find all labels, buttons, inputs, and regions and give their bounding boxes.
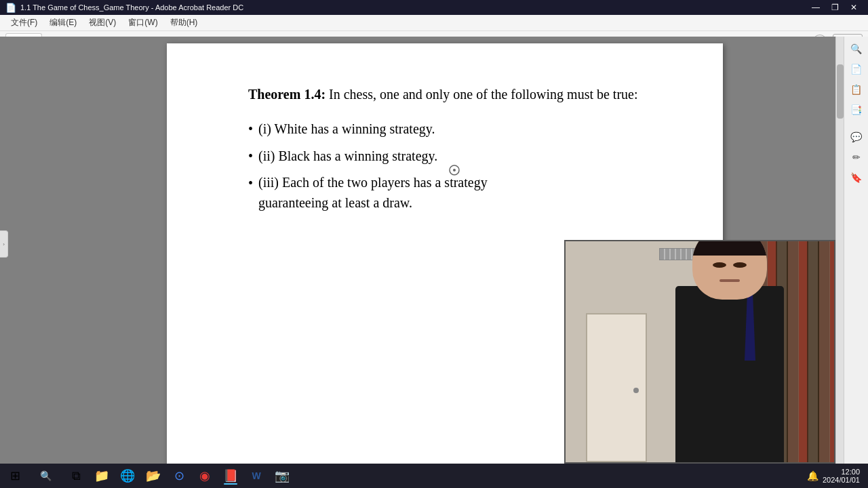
right-content-button[interactable]: 📑 <box>847 100 866 119</box>
window-controls: — ❐ ✕ <box>807 2 863 13</box>
bullet-item-3: • (iii) Each of the two players has a st… <box>248 172 689 213</box>
svg-point-1 <box>453 169 456 171</box>
bullet-dot-3: • <box>248 172 253 194</box>
right-edit-button[interactable]: ✏ <box>847 148 866 167</box>
taskbar-word[interactable]: W <box>244 466 269 486</box>
taskbar-file-explorer[interactable]: 📁 <box>90 466 114 486</box>
taskbar-search[interactable]: 🔍 <box>28 466 62 486</box>
theorem-body: In chess, one and only one of the follow… <box>326 87 637 102</box>
right-toolbar: 🔍 📄 📋 📑 💬 ✏ 🔖 <box>844 37 868 464</box>
bullet-item-1: • (i) White has a winning strategy. <box>248 118 689 140</box>
bullet-text-1: (i) White has a winning strategy. <box>258 118 435 140</box>
app-icon: 📄 <box>5 3 16 13</box>
restore-button[interactable]: ❐ <box>826 2 844 13</box>
title-bar: 📄 1.1 The Game of Chess_Game Theory - Ad… <box>0 0 868 15</box>
person-face <box>703 256 757 296</box>
title-bar-content: 📄 1.1 The Game of Chess_Game Theory - Ad… <box>5 3 243 13</box>
window-title: 1.1 The Game of Chess_Game Theory - Adob… <box>20 3 243 12</box>
document-scrollbar[interactable] <box>835 37 844 464</box>
taskbar-task-view[interactable]: ⧉ <box>64 466 88 486</box>
theorem-paragraph: Theorem 1.4: In chess, one and only one … <box>248 84 689 104</box>
minimize-button[interactable]: — <box>807 2 825 13</box>
right-zoom-button[interactable]: 🔍 <box>847 39 866 58</box>
video-door <box>586 313 647 462</box>
taskbar-edge[interactable]: 🌐 <box>115 466 140 486</box>
theorem-label: Theorem 1.4: <box>248 87 326 102</box>
video-content <box>566 241 834 462</box>
bullet-text-2: (ii) Black has a winning strategy. <box>258 145 437 167</box>
person-tie <box>743 293 757 361</box>
left-panel-toggle[interactable]: › <box>0 230 8 258</box>
taskbar-acrobat[interactable]: 📕 <box>218 466 243 486</box>
menu-window[interactable]: 窗口(W) <box>123 16 163 30</box>
bullet-dot-2: • <box>248 145 253 167</box>
taskbar-right-area: 🔔 12:002024/01/01 <box>807 468 865 484</box>
menu-edit[interactable]: 编辑(E) <box>44 16 82 30</box>
menu-bar: 文件(F) 编辑(E) 视图(V) 窗口(W) 帮助(H) <box>0 15 868 31</box>
taskbar-app-red[interactable]: ◉ <box>193 466 217 486</box>
bullet-text-3: (iii) Each of the two players has a stra… <box>258 172 516 213</box>
right-layers-button[interactable]: 📋 <box>847 80 866 99</box>
taskbar-time: 12:002024/01/01 <box>823 468 860 484</box>
bullet-dot-1: • <box>248 118 253 140</box>
video-door-handle <box>633 388 639 393</box>
menu-view[interactable]: 视图(V) <box>83 16 121 30</box>
person-hair <box>692 240 767 256</box>
person-body <box>675 286 784 462</box>
video-person <box>655 259 804 462</box>
person-head <box>692 240 767 300</box>
menu-help[interactable]: 帮助(H) <box>165 16 203 30</box>
right-export-button[interactable]: 🔖 <box>847 168 866 187</box>
right-comment-button[interactable]: 💬 <box>847 127 866 146</box>
taskbar-camera[interactable]: 📷 <box>270 466 294 486</box>
taskbar-notification-icon[interactable]: 🔔 <box>807 470 818 481</box>
taskbar-folder[interactable]: 📂 <box>141 466 165 486</box>
close-button[interactable]: ✕ <box>845 2 863 13</box>
menu-file[interactable]: 文件(F) <box>5 16 43 30</box>
taskbar-chrome[interactable]: ⊙ <box>167 466 191 486</box>
taskbar: ⊞ 🔍 ⧉ 📁 🌐 📂 ⊙ ◉ 📕 W 📷 🔔 12:002024/01/01 <box>0 464 868 488</box>
bullet-item-2: • (ii) Black has a winning strategy. <box>248 145 689 167</box>
video-overlay <box>564 240 835 464</box>
start-button[interactable]: ⊞ <box>3 466 27 486</box>
scrollbar-thumb[interactable] <box>837 64 844 119</box>
right-page-button[interactable]: 📄 <box>847 60 866 79</box>
